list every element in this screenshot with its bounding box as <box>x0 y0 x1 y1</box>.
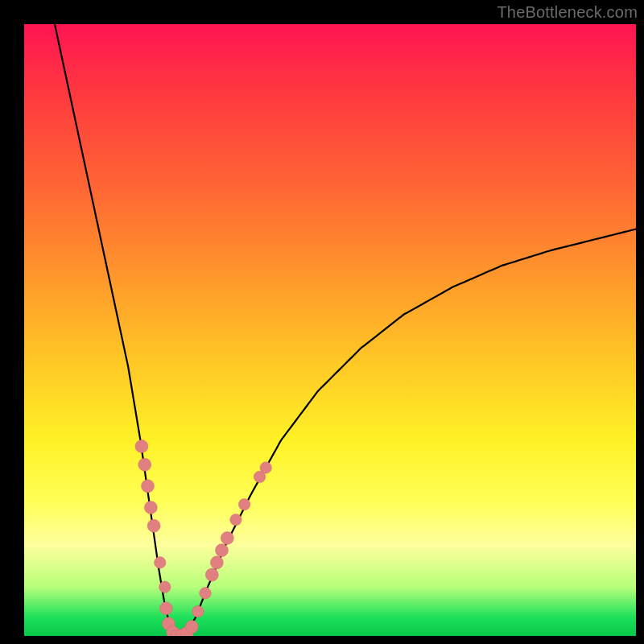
curve-marker <box>230 514 242 525</box>
curve-marker <box>144 501 157 514</box>
curve-marker <box>159 581 171 592</box>
curve-marker <box>142 480 155 493</box>
watermark-text: TheBottleneck.com <box>497 3 638 22</box>
curve-marker <box>200 588 211 599</box>
bottleneck-curve <box>55 24 636 636</box>
curve-marker <box>159 602 172 615</box>
curve-marker <box>238 498 250 510</box>
curve-marker <box>155 557 166 568</box>
curve-marker <box>135 440 148 452</box>
curve-marker <box>221 531 233 544</box>
curve-markers <box>135 440 271 636</box>
curve-marker <box>260 462 271 473</box>
curve-marker <box>210 556 223 569</box>
curve-marker <box>192 605 204 617</box>
curve-marker <box>147 519 160 532</box>
curve-marker <box>138 458 151 471</box>
curve-marker <box>185 621 198 634</box>
curve-marker <box>205 568 218 581</box>
chart-container: TheBottleneck.com <box>0 0 644 644</box>
curve-marker <box>216 544 229 557</box>
chart-svg <box>24 24 636 636</box>
plot-area <box>24 24 636 636</box>
